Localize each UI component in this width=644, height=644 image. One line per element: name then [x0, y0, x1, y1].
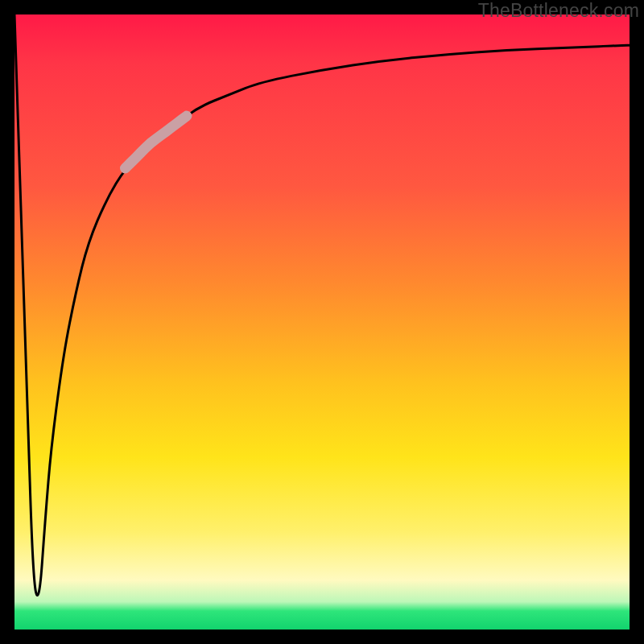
bottleneck-curve-svg: [14, 14, 630, 630]
bottleneck-curve-highlight: [126, 116, 187, 168]
bottleneck-curve-path: [14, 14, 630, 596]
plot-area: [14, 14, 630, 630]
watermark-text: TheBottleneck.com: [478, 0, 639, 22]
chart-frame: TheBottleneck.com: [0, 0, 644, 644]
